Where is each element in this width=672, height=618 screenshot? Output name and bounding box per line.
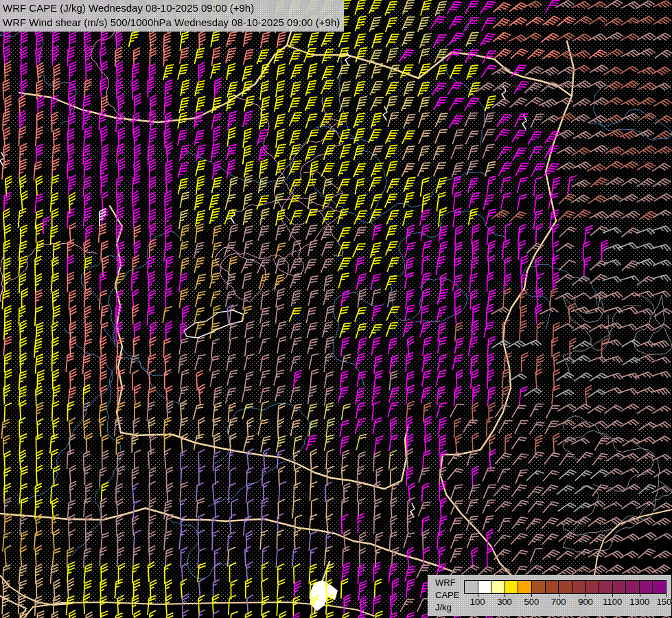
- legend-tick-label: 900: [578, 597, 593, 607]
- legend-title-wrf: WRF: [435, 577, 459, 589]
- legend-tick-label: 700: [551, 597, 566, 607]
- legend-tick-label: 500: [524, 597, 539, 607]
- legend-color-cell: [558, 581, 572, 593]
- legend-color-cell: [612, 581, 626, 593]
- legend-tick-label: 1100: [603, 597, 622, 607]
- legend-color-cell: [639, 581, 653, 593]
- legend-color-cell: [625, 581, 639, 593]
- legend-labels: WRF CAPE J/kg: [435, 577, 459, 614]
- legend-color-cell: [465, 581, 478, 593]
- legend-title-cape: CAPE: [435, 589, 459, 602]
- legend-colorbar-wrap: 100300500700900110013001500: [464, 580, 667, 608]
- weather-map-page: WRF CAPE (J/kg) Wednesday 08-10-2025 09:…: [0, 0, 672, 618]
- forecast-title-overlay: WRF CAPE (J/kg) Wednesday 08-10-2025 09:…: [0, 0, 344, 32]
- wind-barb-map-canvas: [0, 0, 672, 618]
- legend-color-cell: [531, 581, 545, 593]
- cape-title-line: WRF CAPE (J/kg) Wednesday 08-10-2025 09:…: [3, 1, 340, 15]
- legend-color-cell: [585, 581, 599, 593]
- legend-color-cell: [478, 581, 491, 593]
- legend-color-cell: [518, 581, 531, 593]
- legend-tick-label: 100: [470, 597, 485, 607]
- legend-colorbar: [464, 580, 667, 594]
- shear-title-line: WRF Wind shear (m/s) 500/1000hPa Wednesd…: [3, 15, 340, 30]
- legend-tick-label: 1300: [629, 597, 649, 607]
- legend-color-cell: [545, 581, 559, 593]
- legend-color-cell: [652, 581, 666, 593]
- cape-legend: WRF CAPE J/kg 10030050070090011001300150…: [428, 575, 671, 616]
- legend-unit: J/kg: [435, 602, 459, 614]
- legend-color-cell: [572, 581, 586, 593]
- legend-tick-labels: 100300500700900110013001500: [464, 594, 667, 608]
- legend-tick-label: 300: [497, 597, 512, 607]
- legend-color-cell: [505, 581, 518, 593]
- legend-color-cell: [491, 581, 505, 593]
- legend-color-cell: [599, 581, 612, 593]
- legend-tick-label: 1500: [657, 597, 672, 607]
